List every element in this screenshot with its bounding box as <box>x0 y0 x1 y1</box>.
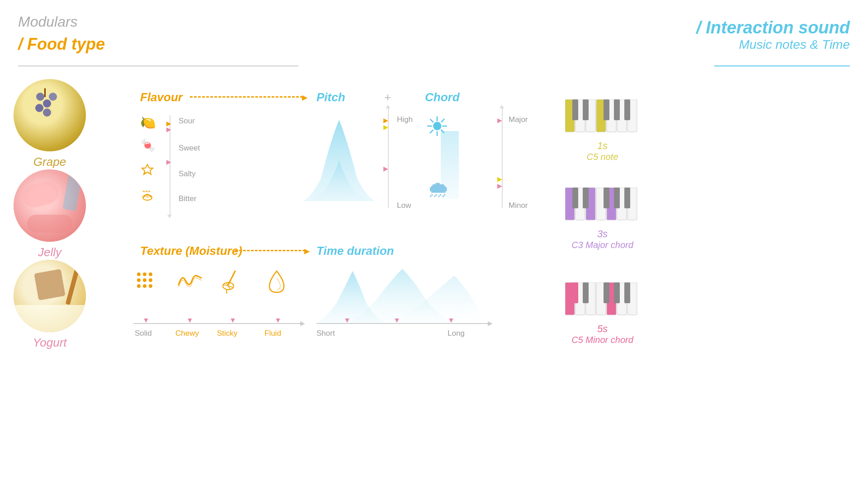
jelly-image <box>14 169 86 242</box>
svg-rect-37 <box>604 282 609 303</box>
flavour-text-sour: Sour <box>179 117 195 126</box>
texture-text-chewy: Chewy <box>175 329 199 338</box>
grape-circle <box>14 79 86 151</box>
svg-rect-15 <box>624 99 630 120</box>
svg-rect-13 <box>604 99 609 120</box>
time-h-axis: ▶ <box>316 323 488 324</box>
flavour-icon-sweet: 🍬 <box>140 138 156 153</box>
texture-text-fluid: Fluid <box>264 329 281 338</box>
plus-label: + <box>384 90 391 104</box>
flavour-text-salty: Salty <box>179 169 196 178</box>
piano-3-note: C5 Minor chord <box>565 335 640 345</box>
texture-icon-fluid <box>267 269 287 296</box>
food-item-jelly[interactable]: Jelly <box>14 169 86 259</box>
piano-vis-3: 5s C5 Minor chord <box>565 282 640 345</box>
svg-rect-26 <box>614 188 620 208</box>
texture-arrow-solid: ▼ <box>142 316 150 324</box>
food-section-title: / Food type <box>18 35 105 54</box>
arrow-chord-mid: ▶ <box>497 175 502 183</box>
app-header: Modulars / Food type <box>18 14 105 54</box>
interaction-subtitle: Music notes & Time <box>696 38 850 52</box>
chord-label: Chord <box>425 90 460 104</box>
svg-rect-38 <box>614 282 620 303</box>
arrow-chord-major: ▶ <box>497 117 502 124</box>
time-long-label: Long <box>448 329 465 338</box>
svg-rect-36 <box>583 282 589 303</box>
grape-image <box>14 79 86 151</box>
svg-rect-14 <box>614 99 620 120</box>
flavour-text-sweet: Sweet <box>179 144 200 153</box>
svg-rect-35 <box>572 282 578 303</box>
pitch-label: Pitch <box>316 90 345 104</box>
time-short-label: Short <box>316 329 335 338</box>
arrow-sour-jelly: ▶ <box>166 126 171 133</box>
time-arrow-short: ▼ <box>344 316 351 324</box>
svg-point-45 <box>149 278 152 282</box>
flavour-icon-sour: 🍋 <box>140 115 156 130</box>
texture-icon-sticky <box>222 269 244 296</box>
food-item-yogurt[interactable]: Yogurt <box>14 260 86 350</box>
texture-to-time-arrow: ▶ <box>235 250 305 251</box>
pitch-high-label: High <box>397 115 413 124</box>
piano-3-duration: 5s <box>565 323 640 335</box>
piano-1-duration: 1s <box>565 140 640 152</box>
time-arrow-long: ▼ <box>448 316 455 324</box>
flavour-label: Flavour <box>140 90 183 104</box>
header-divider <box>18 66 298 66</box>
piano-1-note: C5 note <box>565 152 640 162</box>
piano-vis-1: 1s C5 note <box>565 99 640 162</box>
texture-label: Texture (Moisture) <box>140 244 242 258</box>
arrow-chord-minor: ▶ <box>497 182 502 189</box>
pitch-low-label: Low <box>397 201 411 210</box>
svg-rect-25 <box>604 188 609 208</box>
texture-arrow-fluid: ▼ <box>274 316 282 324</box>
grape-label: Grape <box>14 155 86 169</box>
texture-icon-chewy <box>176 269 203 293</box>
piano-2-duration: 3s <box>565 228 640 240</box>
texture-arrow-chewy: ▼ <box>186 316 193 324</box>
texture-text-sticky: Sticky <box>217 329 237 338</box>
jelly-label: Jelly <box>14 245 86 259</box>
app-title: Modulars <box>18 14 105 30</box>
svg-point-3 <box>146 195 149 198</box>
arrow-pitch-high-grape: ▶ <box>383 117 388 124</box>
texture-text-solid: Solid <box>135 329 152 338</box>
svg-point-40 <box>137 272 141 276</box>
svg-point-41 <box>143 272 146 276</box>
right-divider <box>714 66 850 66</box>
texture-icon-solid <box>133 269 156 293</box>
yogurt-image <box>14 260 86 332</box>
jelly-circle <box>14 169 86 242</box>
time-duration-label: Time duration <box>316 244 394 258</box>
svg-point-42 <box>149 272 152 276</box>
svg-point-44 <box>143 278 146 282</box>
svg-point-48 <box>149 284 152 288</box>
rain-icon: 🌧 <box>427 176 450 202</box>
interaction-title: / Interaction sound <box>696 18 850 38</box>
svg-rect-23 <box>572 188 578 208</box>
flavour-icon-salty <box>140 163 155 179</box>
flavour-icon-bitter <box>140 188 155 204</box>
svg-rect-27 <box>624 188 630 208</box>
yogurt-circle <box>14 260 86 332</box>
food-item-grape[interactable]: Grape <box>14 79 86 169</box>
flavour-to-pitch-arrow: ▶ <box>190 96 303 98</box>
chord-major-label: Major <box>509 115 528 124</box>
svg-rect-12 <box>583 99 589 120</box>
flavour-text-bitter: Bitter <box>179 194 197 203</box>
arrow-pitch-mid: ▶ <box>383 165 388 172</box>
arrow-sweet-jelly: ▶ <box>166 158 171 165</box>
chord-minor-label: Minor <box>509 201 528 210</box>
svg-point-43 <box>137 278 141 282</box>
svg-point-47 <box>143 284 146 288</box>
time-arrow-mid: ▼ <box>393 316 401 324</box>
right-header: / Interaction sound Music notes & Time <box>696 18 850 52</box>
pitch-bell-curve <box>294 106 384 210</box>
arrow-pitch-high-jelly: ▶ <box>383 123 388 131</box>
svg-rect-39 <box>624 282 630 303</box>
svg-rect-11 <box>572 99 578 120</box>
piano-vis-2: 3s C3 Major chord <box>565 188 640 250</box>
texture-arrow-sticky: ▼ <box>229 316 236 324</box>
svg-point-46 <box>137 284 141 288</box>
piano-2-note: C3 Major chord <box>565 240 640 250</box>
